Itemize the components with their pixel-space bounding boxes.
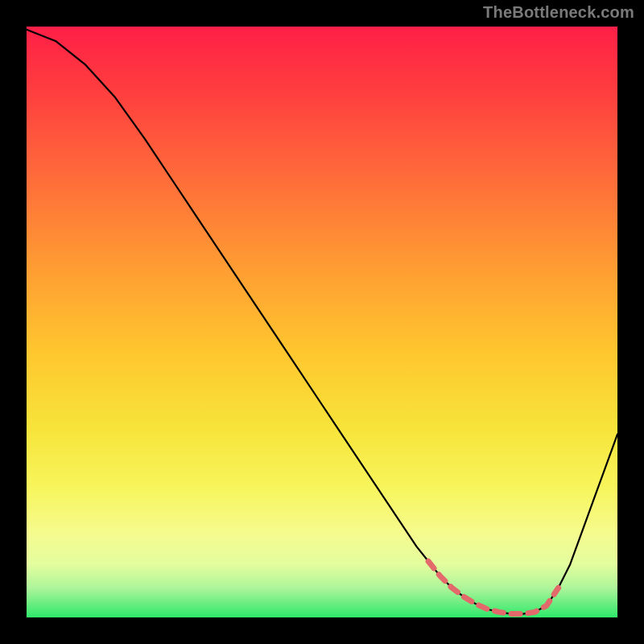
plot-area (27, 27, 617, 617)
watermark-text: TheBottleneck.com (483, 3, 634, 22)
main-curve (27, 30, 617, 614)
curve-svg (27, 27, 617, 617)
highlight-segment (428, 561, 558, 613)
chart-frame: TheBottleneck.com (0, 0, 644, 644)
